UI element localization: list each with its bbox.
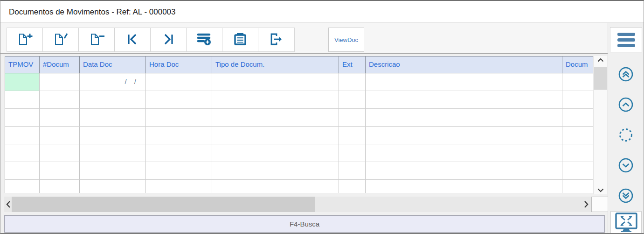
cell-tpmov-row6[interactable] — [5, 180, 40, 193]
cell-hora_doc-row0[interactable] — [146, 73, 212, 91]
cell-data_doc-row3[interactable] — [80, 127, 146, 144]
cell-descricao-row5[interactable] — [366, 162, 562, 179]
cell-tipo_docum-row4[interactable] — [212, 144, 339, 162]
column-header-docum_num[interactable]: #Docum — [40, 57, 80, 73]
cell-docum-row5[interactable] — [562, 162, 593, 179]
cell-tpmov-row0[interactable] — [5, 73, 40, 91]
column-header-hora_doc[interactable]: Hora Doc — [146, 57, 212, 73]
monitor-expand-icon — [615, 212, 638, 234]
horizontal-scrollbar-thumb[interactable] — [12, 197, 315, 212]
scroll-down-button[interactable] — [618, 157, 634, 173]
table-row — [5, 91, 593, 109]
new-record-button[interactable] — [7, 28, 43, 51]
cell-tpmov-row2[interactable] — [5, 109, 40, 126]
document-remove-icon — [88, 32, 105, 48]
fullscreen-button[interactable] — [610, 211, 642, 234]
scroll-up-button[interactable] — [618, 97, 634, 113]
cell-docum-row1[interactable] — [562, 91, 593, 108]
cell-docum_num-row0[interactable] — [40, 73, 80, 91]
cell-tpmov-row1[interactable] — [5, 91, 40, 108]
cell-docum_num-row5[interactable] — [40, 162, 80, 179]
cell-tpmov-row5[interactable] — [5, 162, 40, 179]
menu-button[interactable] — [610, 27, 642, 52]
cell-ext-row1[interactable] — [339, 91, 366, 108]
cell-ext-row2[interactable] — [339, 109, 366, 126]
toolbar: ViewDoc — [0, 23, 608, 54]
cell-ext-row6[interactable] — [339, 180, 366, 193]
scrollbar-down-arrow-icon[interactable] — [594, 185, 607, 192]
cell-hora_doc-row4[interactable] — [146, 144, 212, 162]
cell-docum_num-row6[interactable] — [40, 180, 80, 193]
table-row: / / — [5, 73, 593, 91]
cell-docum-row4[interactable] — [562, 144, 593, 162]
edit-record-button[interactable] — [43, 28, 79, 51]
cell-docum-row0[interactable] — [562, 73, 593, 91]
vertical-scrollbar[interactable] — [593, 56, 607, 194]
add-line-button[interactable] — [187, 28, 222, 51]
cell-descricao-row3[interactable] — [366, 127, 562, 144]
cell-tipo_docum-row6[interactable] — [212, 180, 339, 193]
viewdoc-button[interactable]: ViewDoc — [328, 28, 364, 52]
cell-data_doc-row5[interactable] — [80, 162, 146, 179]
cell-docum-row3[interactable] — [562, 127, 593, 144]
cell-tipo_docum-row0[interactable] — [212, 73, 339, 91]
scrollbar-up-arrow-icon[interactable] — [594, 58, 607, 65]
print-button[interactable] — [222, 28, 258, 51]
column-header-tipo_docum[interactable]: Tipo de Docum. — [212, 57, 339, 73]
cell-docum_num-row3[interactable] — [40, 127, 80, 144]
cell-docum_num-row2[interactable] — [40, 109, 80, 126]
cell-tipo_docum-row3[interactable] — [212, 127, 339, 144]
cell-hora_doc-row3[interactable] — [146, 127, 212, 144]
cell-hora_doc-row1[interactable] — [146, 91, 212, 108]
cell-descricao-row2[interactable] — [366, 109, 562, 126]
column-header-ext[interactable]: Ext — [339, 57, 366, 73]
cell-descricao-row1[interactable] — [366, 91, 562, 108]
cell-data_doc-row6[interactable] — [80, 180, 146, 193]
cell-ext-row3[interactable] — [339, 127, 366, 144]
cell-data_doc-row0[interactable]: / / — [80, 73, 146, 91]
cell-tipo_docum-row1[interactable] — [212, 91, 339, 108]
cell-tpmov-row3[interactable] — [5, 127, 40, 144]
column-header-tpmov[interactable]: TPMOV — [5, 57, 40, 73]
cell-data_doc-row4[interactable] — [80, 144, 146, 162]
first-record-button[interactable] — [115, 28, 151, 51]
cell-data_doc-row2[interactable] — [80, 109, 146, 126]
cell-hora_doc-row6[interactable] — [146, 180, 212, 193]
toolbar-button-group — [7, 28, 295, 52]
column-header-data_doc[interactable]: Data Doc — [80, 57, 146, 73]
document-add-icon — [16, 32, 33, 48]
horizontal-scrollbar[interactable] — [4, 197, 591, 212]
side-panel — [608, 54, 644, 234]
cell-ext-row5[interactable] — [339, 162, 366, 179]
scrollbar-right-arrow-icon[interactable] — [584, 200, 589, 210]
cell-descricao-row6[interactable] — [366, 180, 562, 193]
cell-ext-row4[interactable] — [339, 144, 366, 162]
cell-tipo_docum-row2[interactable] — [212, 109, 339, 126]
cell-ext-row0[interactable] — [339, 73, 366, 91]
first-record-icon — [126, 33, 139, 47]
double-chevron-up-circle-icon — [618, 77, 634, 84]
table-row — [5, 180, 593, 193]
last-record-button[interactable] — [151, 28, 187, 51]
cell-docum_num-row1[interactable] — [40, 91, 80, 108]
locate-record-button[interactable] — [618, 127, 634, 143]
cell-hora_doc-row5[interactable] — [146, 162, 212, 179]
scroll-bottom-button[interactable] — [618, 188, 634, 204]
cell-docum-row2[interactable] — [562, 109, 593, 126]
cell-descricao-row4[interactable] — [366, 144, 562, 162]
exit-button[interactable] — [258, 28, 294, 51]
scroll-top-button[interactable] — [618, 66, 634, 82]
cell-tpmov-row4[interactable] — [5, 144, 40, 162]
cell-data_doc-row1[interactable] — [80, 91, 146, 108]
vertical-scrollbar-thumb[interactable] — [594, 67, 607, 90]
scrollbar-left-arrow-icon[interactable] — [6, 200, 11, 210]
cell-descricao-row0[interactable] — [366, 73, 562, 91]
cell-hora_doc-row2[interactable] — [146, 109, 212, 126]
delete-record-button[interactable] — [79, 28, 115, 51]
cell-docum-row6[interactable] — [562, 180, 593, 193]
cell-docum_num-row4[interactable] — [40, 144, 80, 162]
title-bar: Documentos de Movimentos - Ref: AL - 000… — [0, 1, 644, 23]
column-header-descricao[interactable]: Descricao — [366, 57, 562, 73]
column-header-docum[interactable]: Docum — [562, 57, 593, 73]
cell-tipo_docum-row5[interactable] — [212, 162, 339, 179]
